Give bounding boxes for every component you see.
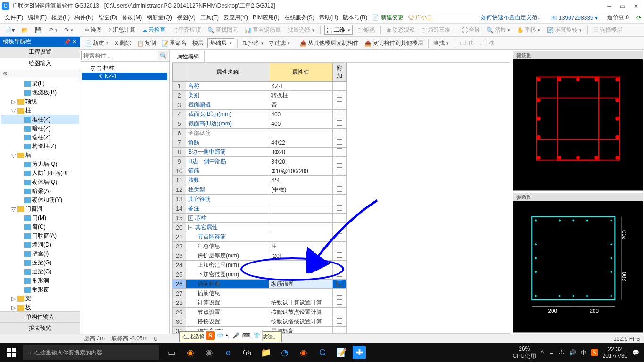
tree-node[interactable]: 端柱(Z) [1,133,79,142]
app2-icon[interactable]: ◉ [296,345,311,360]
new-change[interactable]: 📄 新建变更 [370,13,405,23]
tree-node[interactable]: ▷轴线 [1,97,79,106]
tree-node[interactable]: 框柱(Z) [1,115,79,124]
menu-version[interactable]: 版本号(B) [341,13,369,23]
tree-node[interactable]: ▽门窗洞 [1,205,79,214]
ime-skin-icon[interactable]: 👕 [253,332,260,339]
search-button[interactable]: 🔍 [158,51,168,60]
open-icon[interactable]: 📂 [19,26,30,34]
prop-row[interactable]: 15+芯柱 [173,214,347,223]
prop-row[interactable]: 9H边一侧中部筋3Φ20 [173,157,347,166]
ime-mic-icon[interactable]: 🎤 [232,332,239,339]
menu-bim[interactable]: BIM应用(I) [251,13,281,23]
tree-node[interactable]: 暗梁(A) [1,187,79,196]
prop-row[interactable]: 4截面宽(B边)(mm)400 [173,110,347,119]
tray-net-icon[interactable]: 🖧 [559,349,564,356]
tree-node[interactable]: 剪力墙(Q) [1,160,79,169]
tree-node[interactable]: 梁(L) [1,79,79,88]
start-button[interactable] [0,343,23,362]
phone-label[interactable]: 📧 13907298339 ▾ [548,14,600,22]
tray-notif-icon[interactable]: 💬 [632,349,639,356]
filter-button[interactable]: ▽ 过滤 [267,39,292,48]
tree-node[interactable]: 暗柱(Z) [1,124,79,133]
tree-node[interactable]: 带形窗 [1,285,79,294]
tray-cloud-icon[interactable]: ☁ [548,349,554,356]
prop-row[interactable]: 24上加密范围(mm) [173,261,347,270]
mode-combo[interactable]: ⬚ 二维 [324,25,353,35]
prop-row[interactable]: 1名称KZ-1 [173,82,347,91]
menu-modify[interactable]: 修改(M) [120,13,144,23]
find-button[interactable]: 查找 [431,39,451,48]
find-view-button[interactable]: 🔍 查找图元 [206,25,240,34]
prop-row[interactable]: 12柱类型(中柱) [173,185,347,195]
cloud-check-button[interactable]: ☁ 云检查 [140,25,167,34]
save-icon[interactable]: 💾 [33,26,44,34]
app4-icon[interactable]: 📝 [334,345,349,360]
tree-node[interactable]: ▷板 [1,303,79,311]
prop-row[interactable]: 11肢数4*4 [173,176,347,185]
tray-vol-icon[interactable]: 🔊 [569,349,576,356]
tree-node[interactable]: 砌体加筋(Y) [1,196,79,205]
tree-node[interactable]: 构造柱(Z) [1,142,79,151]
rename-button[interactable]: 📝 重命名 [160,39,189,48]
rebar-button[interactable]: 📊 查看钢筋量 [243,25,283,34]
spiral-icon[interactable]: ◉ [202,345,217,360]
app5-icon[interactable]: ✚ [353,346,366,359]
search-input[interactable] [81,51,157,60]
tree-node[interactable]: ▽墙 [1,151,79,160]
menu-rebar[interactable]: 钢筋量(Q) [145,13,173,23]
copy-button[interactable]: 📋 复制 [135,39,158,48]
store-icon[interactable]: 🛍 [239,345,255,360]
prop-row[interactable]: 23保护层厚度(mm)(20) [173,251,347,261]
tray-up-icon[interactable]: ^ [541,349,544,356]
delete-button[interactable]: ✕ 删除 [112,39,133,48]
cpu-meter[interactable]: 26%CPU使用 [513,346,536,360]
batch-button[interactable]: 批量选择 [286,25,316,34]
fullscreen-button[interactable]: ⛶ 全屏 [460,25,482,34]
app1-icon[interactable]: ◔ [277,345,292,360]
close-nav-icon[interactable]: ✕ [72,39,77,45]
refresh-icon[interactable]: ⟳ [636,15,641,21]
movedown-button[interactable]: ↓ 下移 [478,39,496,48]
menu-help[interactable]: 帮助(H) [317,13,340,23]
menu-file[interactable]: 文件(F) [3,13,25,23]
tree-root[interactable]: ▽ ⬚ 框柱 [82,64,167,73]
tab-single-input[interactable]: 单构件输入 [0,311,80,322]
tab-project-settings[interactable]: 工程设置 [0,47,80,58]
prop-row[interactable]: 21节点区箍筋 [173,232,347,242]
menu-component[interactable]: 构件(N) [73,13,96,23]
ime-lang[interactable]: 中 [217,332,223,340]
moveup-button[interactable]: ↑ 上移 [457,39,476,48]
new-button[interactable]: 📄 新建 [83,39,110,48]
prop-row[interactable]: 28计算设置按默认计算设置计算 [173,298,347,308]
prop-row[interactable]: 3截面编辑否 [173,100,347,110]
tab-draw-input[interactable]: 绘图输入 [0,58,80,69]
tree-node[interactable]: 窗(C) [1,222,79,231]
copyfrom-button[interactable]: 📥 从其他楼层复制构件 [298,39,361,48]
close-icon[interactable]: ✕ [634,3,638,9]
user-dropdown[interactable]: ◎ 广小二 [406,13,434,23]
prop-row[interactable]: 8B边一侧中部筋3Φ20 [173,148,347,157]
local3d-button[interactable]: ⬚ 局部三维 [420,25,452,34]
taskbar-search[interactable]: ○在这里输入你要搜索的内容 [23,345,159,360]
maximize-icon[interactable]: ▭ [620,3,625,9]
tree-node[interactable]: ▷梁 [1,294,79,303]
explorer-icon[interactable]: 📁 [258,345,273,360]
prop-row[interactable]: 27插筋信息 [173,289,347,298]
prop-row[interactable]: 6全部纵筋 [173,129,347,138]
dyn-button[interactable]: ◉ 动态观察 [385,25,417,34]
task-view-icon[interactable]: ▭ [164,345,179,360]
sum-button[interactable]: Σ 汇总计算 [107,25,137,34]
edge-icon[interactable]: e [221,345,236,360]
base-combo[interactable]: 基础层 [207,38,234,48]
menu-edit[interactable]: 编辑(E) [26,13,49,23]
tree-node[interactable]: ▽柱 [1,106,79,115]
menu-cloud[interactable]: 云应用(Y) [222,13,250,23]
tree-node[interactable]: 连梁(G) [1,258,79,267]
select-floor-button[interactable]: ☰ 选择楼层 [592,25,624,34]
tray-sogou-icon[interactable]: S [591,349,598,356]
tree-item-kz1[interactable]: ✳ KZ-1 [82,73,167,80]
bird-button[interactable]: ⬚ 俯视 [355,25,377,34]
prop-row[interactable]: 5截面高(H边)(mm)400 [173,119,347,129]
prop-row[interactable]: 7角筋4Φ22 [173,138,347,148]
